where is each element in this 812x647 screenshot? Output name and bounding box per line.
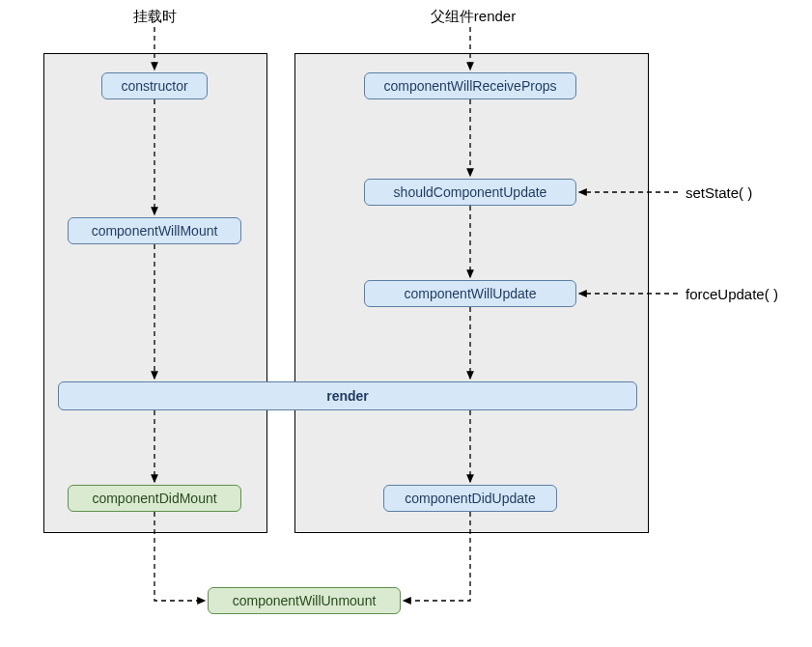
arrow-didupdate-to-unmount xyxy=(404,512,470,601)
arrow-didmount-to-unmount xyxy=(154,512,205,601)
arrows-layer xyxy=(0,0,812,647)
